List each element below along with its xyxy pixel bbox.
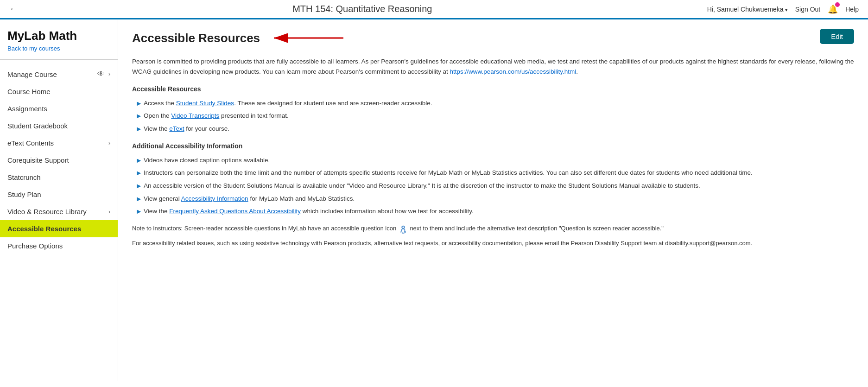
sidebar-item-corequisite-support[interactable]: Corequisite Support bbox=[0, 152, 118, 169]
video-transcripts-link[interactable]: Video Transcripts bbox=[171, 112, 219, 119]
bullet-text: Videos have closed caption options avail… bbox=[144, 155, 270, 165]
top-header: ← MTH 154: Quantitative Reasoning Hi, Sa… bbox=[0, 0, 868, 19]
sidebar-item-study-plan[interactable]: Study Plan bbox=[0, 186, 118, 203]
sidebar-label-statcrunch: Statcrunch bbox=[7, 173, 41, 181]
sidebar-divider bbox=[0, 59, 118, 60]
bullet-text: Instructors can personalize both the tim… bbox=[144, 168, 753, 178]
bullet-arrow-icon: ▶ bbox=[137, 99, 141, 108]
brand-title: MyLab Math bbox=[7, 29, 110, 43]
note-text: Note to instructors: Screen-reader acces… bbox=[132, 224, 854, 234]
accessible-icon bbox=[398, 224, 408, 234]
notification-dot bbox=[835, 2, 840, 7]
sidebar-item-assignments[interactable]: Assignments bbox=[0, 100, 118, 117]
accessible-resources-list: ▶ Access the Student Study Slides. These… bbox=[132, 98, 854, 134]
annotation-arrow bbox=[265, 29, 348, 47]
list-item: ▶ An accessible version of the Student S… bbox=[137, 181, 854, 191]
sidebar-item-video-resource-library[interactable]: Video & Resource Library › bbox=[0, 203, 118, 220]
sidebar-label-study-plan: Study Plan bbox=[7, 190, 41, 198]
sidebar-item-purchase-options[interactable]: Purchase Options bbox=[0, 237, 118, 254]
bullet-arrow-icon: ▶ bbox=[137, 169, 141, 178]
accessibility-information-link[interactable]: Accessibility Information bbox=[181, 195, 248, 202]
list-item: ▶ Open the Video Transcripts presented i… bbox=[137, 111, 854, 121]
sidebar-brand: MyLab Math Back to my courses bbox=[0, 19, 118, 54]
bullet-text: View general Accessibility Information f… bbox=[144, 194, 355, 204]
notification-bell[interactable]: 🔔 bbox=[828, 4, 838, 14]
edit-button[interactable]: Edit bbox=[820, 29, 854, 44]
sidebar-label-student-gradebook: Student Gradebook bbox=[7, 122, 68, 130]
back-arrow-button[interactable]: ← bbox=[9, 4, 18, 14]
bullet-arrow-icon: ▶ bbox=[137, 125, 141, 133]
svg-point-2 bbox=[402, 226, 405, 228]
additional-bullets-list: ▶ Videos have closed caption options ava… bbox=[132, 155, 854, 216]
bullet-text: View the Frequently Asked Questions Abou… bbox=[144, 206, 474, 216]
bullet-text: View the eText for your course. bbox=[144, 124, 229, 134]
additional-heading: Additional Accessibility Information bbox=[132, 141, 854, 151]
header-left: ← bbox=[9, 4, 18, 14]
sidebar-label-etext-contents: eText Contents bbox=[7, 139, 54, 147]
sidebar-item-course-home[interactable]: Course Home bbox=[0, 83, 118, 100]
faq-accessibility-link[interactable]: Frequently Asked Questions About Accessi… bbox=[169, 208, 301, 215]
main-content: Accessible Resources Edit Pearson is com… bbox=[118, 19, 868, 381]
header-right: Hi, Samuel Chukwuemeka Sign Out 🔔 Help bbox=[707, 4, 859, 14]
list-item: ▶ View general Accessibility Information… bbox=[137, 194, 854, 204]
list-item: ▶ Instructors can personalize both the t… bbox=[137, 168, 854, 178]
page-heading: Accessible Resources bbox=[132, 31, 260, 45]
sidebar-item-manage-course[interactable]: Manage Course 👁 › bbox=[0, 65, 118, 83]
bullet-arrow-icon: ▶ bbox=[137, 195, 141, 203]
chevron-video: › bbox=[108, 209, 110, 215]
help-link[interactable]: Help bbox=[845, 6, 859, 13]
sidebar-item-student-gradebook[interactable]: Student Gradebook bbox=[0, 117, 118, 134]
list-item: ▶ Videos have closed caption options ava… bbox=[137, 155, 854, 165]
main-header: Accessible Resources Edit bbox=[132, 29, 854, 47]
bullet-arrow-icon: ▶ bbox=[137, 112, 141, 121]
sidebar-label-assignments: Assignments bbox=[7, 105, 47, 113]
sidebar-label-accessible-resources: Accessible Resources bbox=[7, 225, 81, 233]
pearson-accessibility-link[interactable]: https://www.pearson.com/us/accessibility… bbox=[450, 68, 576, 75]
sidebar-item-statcrunch[interactable]: Statcrunch bbox=[0, 169, 118, 186]
footer-note: For accessibility related issues, such a… bbox=[132, 239, 854, 248]
bullet-arrow-icon: ▶ bbox=[137, 207, 141, 216]
note-prefix: Note to instructors: Screen-reader acces… bbox=[132, 225, 398, 232]
sidebar: MyLab Math Back to my courses Manage Cou… bbox=[0, 19, 118, 381]
bullet-text: Access the Student Study Slides. These a… bbox=[144, 98, 432, 108]
intro-paragraph: Pearson is committed to providing produc… bbox=[132, 57, 854, 76]
student-study-slides-link[interactable]: Student Study Slides bbox=[176, 100, 234, 107]
bullet-arrow-icon: ▶ bbox=[137, 182, 141, 190]
eye-icon: 👁 bbox=[97, 70, 105, 78]
etext-link[interactable]: eText bbox=[169, 125, 184, 132]
list-item: ▶ Access the Student Study Slides. These… bbox=[137, 98, 854, 108]
bullet-text: An accessible version of the Student Sol… bbox=[144, 181, 700, 191]
chevron-manage-course: › bbox=[108, 71, 110, 77]
sidebar-label-manage-course: Manage Course bbox=[7, 70, 57, 78]
main-layout: MyLab Math Back to my courses Manage Cou… bbox=[0, 19, 868, 381]
list-item: ▶ View the Frequently Asked Questions Ab… bbox=[137, 206, 854, 216]
sign-out-link[interactable]: Sign Out bbox=[795, 6, 820, 13]
note-suffix: next to them and include the alternative… bbox=[410, 225, 664, 232]
accessible-resources-heading: Accessible Resources bbox=[132, 84, 854, 94]
back-to-courses-link[interactable]: Back to my courses bbox=[7, 45, 110, 52]
sidebar-label-course-home: Course Home bbox=[7, 88, 51, 95]
sidebar-label-corequisite-support: Corequisite Support bbox=[7, 156, 69, 164]
chevron-etext: › bbox=[108, 140, 110, 146]
sidebar-label-purchase-options: Purchase Options bbox=[7, 242, 63, 250]
sidebar-item-accessible-resources[interactable]: Accessible Resources bbox=[0, 220, 118, 237]
sidebar-item-etext-contents[interactable]: eText Contents › bbox=[0, 134, 118, 152]
bullet-text: Open the Video Transcripts presented in … bbox=[144, 111, 289, 121]
course-title: MTH 154: Quantitative Reasoning bbox=[18, 4, 707, 14]
bullet-arrow-icon: ▶ bbox=[137, 156, 141, 165]
main-title-area: Accessible Resources bbox=[132, 29, 348, 47]
content-body: Pearson is committed to providing produc… bbox=[132, 57, 854, 248]
sidebar-label-video-resource-library: Video & Resource Library bbox=[7, 208, 87, 216]
user-menu[interactable]: Hi, Samuel Chukwuemeka bbox=[707, 6, 788, 13]
list-item: ▶ View the eText for your course. bbox=[137, 124, 854, 134]
